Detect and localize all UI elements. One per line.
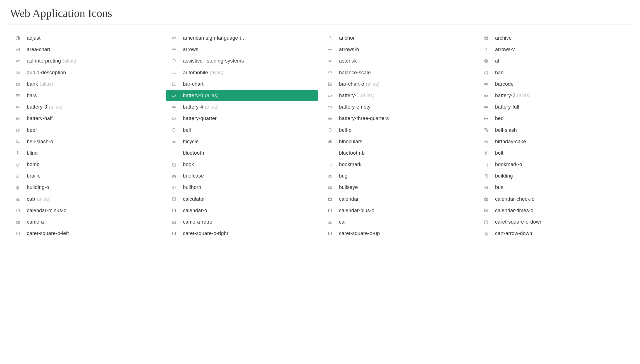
icon-item-area-chart[interactable]: area-chart [10, 44, 162, 55]
icon-item-battery-3[interactable]: battery-3(alias) [10, 101, 162, 113]
icon-item-bug[interactable]: bug [322, 170, 474, 182]
icon-label: bell-o [339, 127, 352, 134]
arrows-icon [170, 47, 178, 52]
icon-item-automobile[interactable]: automobile(alias) [166, 67, 318, 78]
icon-item-at[interactable]: at [478, 55, 630, 67]
icon-item-braille[interactable]: braille [10, 170, 162, 182]
icon-label: bullhorn [183, 184, 201, 191]
icon-item-building-o[interactable]: building-o [10, 182, 162, 193]
battery-4-icon [170, 105, 178, 109]
icon-item-battery-quarter[interactable]: battery-quarter [166, 113, 318, 124]
icon-item-birthday-cake[interactable]: birthday-cake [478, 136, 630, 147]
icon-label: bluetooth-b [339, 150, 365, 157]
icon-label: calculator [183, 196, 205, 203]
icon-item-bluetooth-b[interactable]: bluetooth-b [322, 147, 474, 159]
icon-item-cab[interactable]: cab(alias) [10, 193, 162, 205]
icon-item-arrows-h[interactable]: arrows-h [322, 44, 474, 55]
icon-item-bank[interactable]: bank(alias) [10, 78, 162, 90]
icon-item-asterisk[interactable]: asterisk [322, 55, 474, 67]
icon-item-battery-1[interactable]: battery-1(alias) [322, 90, 474, 101]
icon-label: arrows [183, 46, 198, 53]
bookmark-icon [326, 162, 334, 167]
icon-item-beer[interactable]: beer [10, 124, 162, 136]
icon-item-battery-full[interactable]: battery-full [478, 101, 630, 113]
icon-item-binoculars[interactable]: binoculars [322, 136, 474, 147]
icon-item-arrows[interactable]: arrows [166, 44, 318, 55]
battery-three-quarters-icon [326, 116, 334, 121]
battery-quarter-icon [170, 116, 178, 121]
icon-item-bar-chart-o[interactable]: bar-chart-o(alias) [322, 78, 474, 90]
icon-item-blind[interactable]: blind [10, 147, 162, 159]
icon-label: bus [495, 184, 503, 191]
asl-interpreting-icon [14, 59, 22, 63]
icon-item-barcode[interactable]: barcode [478, 78, 630, 90]
icon-item-asl-interpreting[interactable]: asl-interpreting(alias) [10, 55, 162, 67]
icon-item-calendar-check-o[interactable]: calendar-check-o [478, 193, 630, 205]
icon-item-caret-square-o-down[interactable]: caret-square-o-down [478, 216, 630, 228]
icon-label: audio-description [27, 69, 66, 76]
icon-item-car[interactable]: car [322, 216, 474, 228]
icon-item-calculator[interactable]: calculator [166, 193, 318, 205]
icon-label: arrows-h [339, 46, 359, 53]
book-icon [170, 162, 178, 167]
icon-item-bed[interactable]: bed [478, 113, 630, 124]
icon-item-bullhorn[interactable]: bullhorn [166, 182, 318, 193]
icon-item-bookmark[interactable]: bookmark [322, 159, 474, 170]
battery-full-icon [482, 105, 490, 109]
icon-item-bell-o[interactable]: bell-o [322, 124, 474, 136]
icon-label: calendar [339, 196, 359, 203]
icon-item-battery-2[interactable]: battery-2(alias) [478, 90, 630, 101]
alias-label: (alias) [210, 69, 223, 76]
calendar-o-icon [170, 208, 178, 213]
icon-item-caret-square-o-up[interactable]: caret-square-o-up [322, 228, 474, 239]
icon-item-arrows-v[interactable]: arrows-v [478, 44, 630, 55]
icon-item-bluetooth[interactable]: bluetooth [166, 147, 318, 159]
icon-label: cab [27, 196, 35, 203]
icon-item-building[interactable]: building [478, 170, 630, 182]
alias-label: (alias) [37, 196, 51, 203]
icon-label: braille [27, 173, 40, 179]
camera-retro-icon [170, 220, 178, 224]
icon-item-bar-chart[interactable]: bar-chart [166, 78, 318, 90]
icon-item-anchor[interactable]: anchor [322, 32, 474, 44]
icon-item-bookmark-o[interactable]: bookmark-o [478, 159, 630, 170]
icon-item-battery-half[interactable]: battery-half [10, 113, 162, 124]
icon-item-calendar-times-o[interactable]: calendar-times-o [478, 205, 630, 216]
icon-label: bars [27, 92, 37, 99]
icon-item-calendar-plus-o[interactable]: calendar-plus-o [322, 205, 474, 216]
icon-item-adjust[interactable]: adjust [10, 32, 162, 44]
icon-item-battery-three-quarters[interactable]: battery-three-quarters [322, 113, 474, 124]
icon-item-battery-0[interactable]: battery-0(alias) [166, 90, 318, 101]
alias-label: (alias) [361, 92, 375, 99]
icon-item-calendar[interactable]: calendar [322, 193, 474, 205]
icon-item-bars[interactable]: bars [10, 90, 162, 101]
icon-item-camera[interactable]: camera [10, 216, 162, 228]
icon-item-bell[interactable]: bell [166, 124, 318, 136]
icon-item-balance-scale[interactable]: balance-scale [322, 67, 474, 78]
icon-item-bomb[interactable]: bomb [10, 159, 162, 170]
icon-item-battery-empty[interactable]: battery-empty [322, 101, 474, 113]
icon-item-bolt[interactable]: bolt [478, 147, 630, 159]
icon-item-bullseye[interactable]: bullseye [322, 182, 474, 193]
icon-item-book[interactable]: book [166, 159, 318, 170]
icon-item-caret-square-o-right[interactable]: caret-square-o-right [166, 228, 318, 239]
icon-item-battery-4[interactable]: battery-4(alias) [166, 101, 318, 113]
icon-item-cart-arrow-down[interactable]: cart-arrow-down [478, 228, 630, 239]
icon-item-briefcase[interactable]: briefcase [166, 170, 318, 182]
icon-item-caret-square-o-left[interactable]: caret-square-o-left [10, 228, 162, 239]
icon-item-assistive-listening-systems[interactable]: assistive-listening-systems [166, 55, 318, 67]
icon-item-calendar-minus-o[interactable]: calendar-minus-o [10, 205, 162, 216]
icon-item-audio-description[interactable]: audio-description [10, 67, 162, 78]
icon-item-bus[interactable]: bus [478, 182, 630, 193]
icon-item-ban[interactable]: ban [478, 67, 630, 78]
icon-label: at [495, 58, 499, 64]
icon-label: battery-2 [495, 92, 515, 99]
icon-item-bicycle[interactable]: bicycle [166, 136, 318, 147]
icon-item-bell-slash[interactable]: bell-slash [478, 124, 630, 136]
icon-label: calendar-plus-o [339, 207, 374, 214]
icon-item-american-sign-language-interpreting[interactable]: american-sign-language-i… [166, 32, 318, 44]
icon-item-bell-slash-o[interactable]: bell-slash-o [10, 136, 162, 147]
icon-item-archive[interactable]: archive [478, 32, 630, 44]
icon-item-camera-retro[interactable]: camera-retro [166, 216, 318, 228]
icon-item-calendar-o[interactable]: calendar-o [166, 205, 318, 216]
